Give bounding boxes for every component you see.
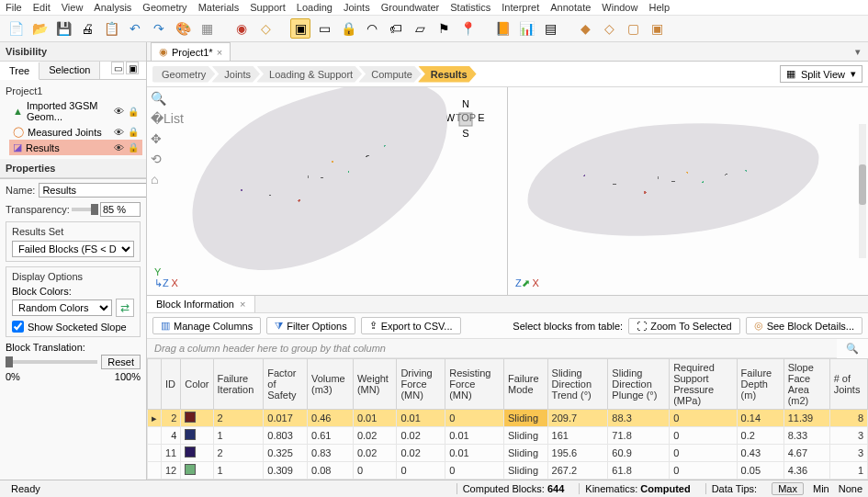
export-csv-button[interactable]: ⇪Export to CSV... [361,317,461,334]
lock-add-icon[interactable]: 🔒 [338,18,358,39]
expand-icon[interactable]: ▣ [126,62,139,74]
shape3-icon[interactable]: ▢ [623,18,643,39]
new-icon[interactable]: 📄 [6,18,26,39]
column-header[interactable]: Failure Iteration [213,359,264,410]
menu-loading[interactable]: Loading [297,2,333,13]
lock-icon[interactable]: 🔒 [128,127,139,137]
tab-tree[interactable]: Tree [0,62,39,80]
name-input[interactable] [39,183,146,198]
eye-icon[interactable]: 👁 [114,142,124,153]
tree-item[interactable]: ◪Results👁🔒 [9,140,142,155]
results-set-select[interactable]: Failed Blocks (FS < Design FS) [12,241,134,257]
viewport-right[interactable]: Z⬈ X [508,87,868,295]
color-wheel-icon[interactable]: 🎨 [173,18,193,39]
manage-columns-button[interactable]: ▥Manage Columns [152,317,261,334]
print-icon[interactable]: 🖨 [77,18,97,39]
table-row[interactable]: 410.8030.610.020.020.01Sliding16171.800.… [148,427,868,445]
undo-icon[interactable]: ↶ [125,18,145,39]
menu-groundwater[interactable]: Groundwater [381,2,440,13]
viewport-left[interactable]: 🔍 �List ✥ ⟲ ⌂ N S E W TOP Y ↳Z X [147,87,508,295]
tree-item[interactable]: ◯Measured Joints👁🔒 [9,124,142,140]
block-colors-select[interactable]: Random Colors [12,299,112,316]
search-icon[interactable]: 🔍 [837,343,868,355]
flag-icon[interactable]: ⚑ [434,18,454,39]
collapse-icon[interactable]: ▭ [111,62,124,74]
menu-annotate[interactable]: Annotate [550,2,591,13]
zoom-in-icon[interactable]: 🔍 [151,91,184,106]
grid-icon[interactable]: ▦ [197,18,217,39]
menu-view[interactable]: View [62,2,84,13]
column-header[interactable]: Failure Depth (m) [737,359,783,410]
step-geometry[interactable]: Geometry [152,66,215,83]
menu-help[interactable]: Help [648,2,670,13]
split-view-select[interactable]: ▦ Split View ▾ [780,65,862,83]
save-icon[interactable]: 💾 [53,18,73,39]
column-header[interactable]: ID [162,359,181,410]
pan-icon[interactable]: ✥ [151,131,184,146]
step-loading-support[interactable]: Loading & Support [256,66,362,83]
column-header[interactable]: Slope Face Area (m2) [783,359,829,410]
reset-button[interactable]: Reset [101,355,141,369]
see-block-details-button[interactable]: ◎See Block Details... [746,317,862,334]
menu-file[interactable]: File [6,2,22,13]
open-icon[interactable]: 📂 [29,18,50,39]
step-results[interactable]: Results [418,66,477,83]
menu-analysis[interactable]: Analysis [94,2,131,13]
datatip-none[interactable]: None [839,483,862,494]
column-header[interactable]: Volume (m3) [308,359,354,410]
step-joints[interactable]: Joints [211,66,260,83]
column-header[interactable]: # of Joints [829,359,867,410]
select-icon[interactable]: ▣ [290,18,310,39]
vertical-scrollbar[interactable] [859,124,866,258]
dropdown-icon[interactable]: ▾ [848,46,868,58]
pointer-icon[interactable]: ▭ [314,18,334,39]
shape2-icon[interactable]: ◇ [599,18,619,39]
datatip-min[interactable]: Min [813,483,829,494]
eraser-icon[interactable]: ▱ [410,18,430,39]
column-header[interactable]: Sliding Direction Trend (°) [547,359,608,410]
table-row[interactable]: 1210.3090.08000Sliding267.261.800.054.36… [148,462,868,480]
transparency-slider[interactable] [72,208,96,211]
close-icon[interactable]: × [240,299,245,310]
block-translation-slider[interactable] [6,360,97,364]
transparency-value[interactable] [100,202,141,217]
column-header[interactable]: Failure Mode [504,359,548,410]
table-icon[interactable]: ▤ [540,18,560,39]
close-icon[interactable]: × [217,47,222,58]
table-row[interactable]: 1120.3250.830.020.020.01Sliding195.660.9… [148,445,868,462]
zoom-to-selected-button[interactable]: ⛶Zoom To Selected [628,318,739,334]
chart-icon[interactable]: 📊 [516,18,536,39]
tag-icon[interactable]: 🏷 [386,18,406,39]
home-icon[interactable]: ⌂ [151,172,184,186]
pin-icon[interactable]: 📍 [457,18,478,39]
eye-icon[interactable]: 👁 [114,127,124,138]
menu-joints[interactable]: Joints [344,2,370,13]
tree-item[interactable]: ▲Imported 3GSM Geom...👁🔒 [9,98,142,124]
lock-icon[interactable]: 🔒 [128,142,139,152]
column-header[interactable]: Required Support Pressure (MPa) [670,359,737,410]
step-compute[interactable]: Compute [358,66,422,83]
shuffle-icon[interactable]: ⇄ [116,299,134,317]
cube-red-icon[interactable]: ◉ [231,18,252,39]
cube-outline-icon[interactable]: ◇ [255,18,276,39]
shape1-icon[interactable]: ◆ [575,18,595,39]
column-header[interactable]: Color [181,359,213,410]
column-header[interactable]: Resisting Force (MN) [445,359,504,410]
filter-options-button[interactable]: ⧩Filter Options [266,317,355,334]
tab-selection[interactable]: Selection [39,62,100,79]
socketed-checkbox[interactable] [12,321,24,333]
tab-block-information[interactable]: Block Information × [147,296,255,312]
book-icon[interactable]: 📙 [492,18,513,39]
tree-project[interactable]: Project1 [4,84,142,98]
eye-icon[interactable]: 👁 [114,106,124,117]
lasso-icon[interactable]: ◠ [362,18,382,39]
copy-icon[interactable]: 📋 [101,18,121,39]
menu-materials[interactable]: Materials [198,2,240,13]
menu-geometry[interactable]: Geometry [142,2,186,13]
menu-edit[interactable]: Edit [33,2,51,13]
datatip-max[interactable]: Max [772,482,804,495]
column-header[interactable]: Weight (MN) [353,359,397,410]
column-header[interactable]: Sliding Direction Plunge (°) [608,359,670,410]
menu-statistics[interactable]: Statistics [450,2,490,13]
doc-tab-project1[interactable]: ◉ Project1* × [151,42,231,61]
